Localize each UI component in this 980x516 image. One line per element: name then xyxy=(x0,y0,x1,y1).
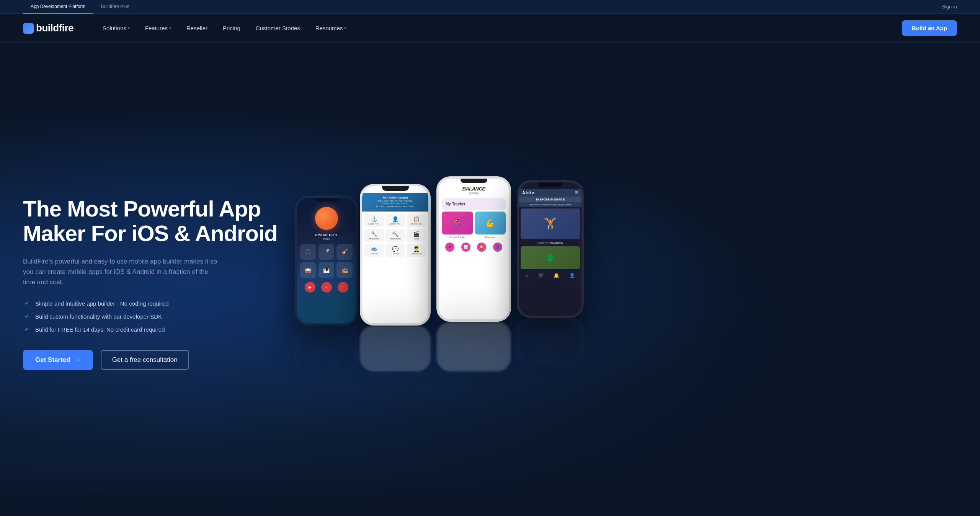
bell-icon: 🔔 xyxy=(554,273,559,278)
balance-bottom-icon: 👤 xyxy=(493,243,502,252)
aktiv-gym-image: 🏋️ xyxy=(521,208,580,239)
check-icon xyxy=(23,326,31,333)
aktiv-logo: Aktiv xyxy=(522,190,534,195)
feature-item: Build for FREE for 14 days. No credit ca… xyxy=(23,326,283,333)
bottom-icon: ↑ xyxy=(338,282,348,293)
balance-bottom-icon: 🔔 xyxy=(477,243,486,252)
fish-grid-icon: 🐟 xyxy=(371,246,377,252)
tracker-labels: Fitness Tracker Exercises xyxy=(442,236,506,238)
phone-4-reflection xyxy=(517,318,584,364)
fish-grid-label: Fish Log xyxy=(371,253,377,255)
phone-fish-action: Fish Action Captain TAKE CONTROL OF YOUR… xyxy=(360,184,431,326)
aktiv-header: Aktiv ☰ xyxy=(519,189,581,197)
app-icon-grid: 🎵 🎤 🎸 🥁 🎹 📻 xyxy=(300,244,353,278)
nav-customer-stories[interactable]: Customer Stories xyxy=(250,22,306,34)
free-consultation-button[interactable]: Get a free consultation xyxy=(101,350,189,370)
gym-visual: 🏋️ xyxy=(521,208,580,239)
fish-grid-icon: 📋 xyxy=(413,216,420,222)
fish-grid-label: Videos xyxy=(414,238,419,240)
feature-item: Simple and intuitive app builder - No co… xyxy=(23,300,283,307)
fish-grid-label: Chat Wall xyxy=(392,253,399,255)
phone-balance: BALANCE by Hilary My Tracker 🏃‍♀️ 💪 Fitn… xyxy=(436,176,511,322)
tracker-label-exercises: Exercises xyxy=(475,236,506,238)
bottom-icon: ▶ xyxy=(305,282,315,293)
fish-grid-item: 🐟 Fish Log xyxy=(364,244,384,257)
phone-2-reflection xyxy=(360,326,431,371)
nav-resources[interactable]: Resources ▾ xyxy=(309,22,353,34)
app-title: SPACE CITY xyxy=(315,233,337,237)
fish-grid-icon: 👤 xyxy=(392,216,399,222)
get-started-button[interactable]: Get Started → xyxy=(23,350,93,370)
hero-subtitle: BuildFire's powerful and easy to use mob… xyxy=(23,256,222,288)
hero-features-list: Simple and intuitive app builder - No co… xyxy=(23,300,283,333)
cart-icon: 🛒 xyxy=(538,273,544,278)
fish-grid-item: 👨‍✈️ Captain's Chat xyxy=(407,244,426,257)
phone-notch xyxy=(382,186,409,191)
phone-notch xyxy=(461,179,487,183)
fish-grid-icon: 🎬 xyxy=(413,231,420,237)
check-icon xyxy=(23,313,31,320)
phone-notch xyxy=(315,198,338,202)
fish-grid-icon: 👨‍✈️ xyxy=(413,246,420,252)
nav-links: Solutions ▾ Features ▾ Reseller Pricing … xyxy=(96,20,957,36)
main-navigation: buildfire Solutions ▾ Features ▾ Reselle… xyxy=(0,14,980,43)
fish-grid-item: 🔨 Repair History xyxy=(385,229,405,242)
signin-link[interactable]: Sign in xyxy=(942,4,957,10)
feature-item: Build custom functionality with our deve… xyxy=(23,313,283,320)
tab-app-development-platform[interactable]: App Development Platform xyxy=(23,0,93,14)
bottom-icon: ♪ xyxy=(321,282,332,293)
nav-reseller[interactable]: Reseller xyxy=(180,22,214,34)
fish-grid-label: Pick Your Char... xyxy=(410,223,423,225)
fish-header: Fish Action Captain TAKE CONTROL OF YOUR… xyxy=(362,193,428,212)
chevron-down-icon: ▾ xyxy=(344,26,346,30)
hero-content: The Most Powerful App Maker For iOS & An… xyxy=(23,197,283,370)
phone-notch xyxy=(538,182,563,187)
site-logo[interactable]: buildfire xyxy=(23,22,74,34)
fish-icon-grid: ⚓ Captain Pre-t... 👤 Customer Pre-... 📋 … xyxy=(362,212,428,259)
fish-grid-icon: 🔨 xyxy=(392,231,399,237)
fish-grid-item: ⚓ Captain Pre-t... xyxy=(364,214,384,227)
app-subtitle: Music xyxy=(323,238,330,240)
nav-solutions[interactable]: Solutions ▾ xyxy=(96,22,136,34)
phone-1-reflection xyxy=(295,326,358,371)
fish-grid-item: 💬 Chat Wall xyxy=(385,244,405,257)
fish-grid-icon: ⚓ xyxy=(371,216,377,222)
fish-grid-label: Customer Pre-... xyxy=(389,223,402,225)
chevron-down-icon: ▾ xyxy=(128,26,130,30)
phone-3-reflection xyxy=(436,322,511,371)
bottom-fade xyxy=(0,470,980,516)
planet-graphic xyxy=(315,207,338,230)
exercises-image: 💪 xyxy=(475,212,506,234)
hero-title: The Most Powerful App Maker For iOS & An… xyxy=(23,197,283,246)
aktiv-subtitle: Choose your environment below to get sta… xyxy=(519,202,581,207)
aktiv-section-label: INDOOR TRAINING xyxy=(519,241,581,246)
build-app-button[interactable]: Build an App xyxy=(902,20,957,36)
chevron-down-icon: ▾ xyxy=(169,26,171,30)
fish-grid-icon: 💬 xyxy=(392,246,399,252)
phone-aktiv: Aktiv ☰ EXERCISE GUIDANCE Choose your en… xyxy=(517,180,584,318)
nav-pricing[interactable]: Pricing xyxy=(217,22,247,34)
app-icon: 📻 xyxy=(336,262,353,278)
home-icon: ⌂ xyxy=(526,273,528,278)
balance-bottom-bar: ♥ 📊 🔔 👤 xyxy=(439,240,509,254)
balance-bottom-icon: 📊 xyxy=(461,243,470,252)
hero-section: The Most Powerful App Maker For iOS & An… xyxy=(0,43,980,516)
hero-buttons: Get Started → Get a free consultation xyxy=(23,350,283,370)
logo-icon xyxy=(23,23,34,34)
tab-buildfire-plus[interactable]: BuildFire Plus xyxy=(93,0,137,14)
app-icon: 🎵 xyxy=(300,244,316,260)
fish-grid-icon: 🔧 xyxy=(371,231,377,237)
fish-grid-item: 🎬 Videos xyxy=(407,229,426,242)
fish-grid-item: 👤 Customer Pre-... xyxy=(385,214,405,227)
phone-space-city: SPACE CITY Music 🎵 🎤 🎸 🥁 🎹 📻 ▶ ♪ ↑ xyxy=(295,195,358,326)
nav-features[interactable]: Features ▾ xyxy=(139,22,177,34)
fish-grid-label: Repair History xyxy=(390,238,401,240)
app-icon: 🎸 xyxy=(336,244,353,260)
fish-app-title: Fish Action Captain xyxy=(365,196,425,199)
top-bar-tabs: App Development Platform BuildFire Plus xyxy=(23,0,137,14)
tracker-label-fitness: Fitness Tracker xyxy=(442,236,473,238)
app-icon: 🥁 xyxy=(300,262,316,278)
fitness-tracker-image: 🏃‍♀️ xyxy=(442,212,473,234)
check-icon xyxy=(23,300,31,307)
app-icon: 🎹 xyxy=(318,262,335,278)
